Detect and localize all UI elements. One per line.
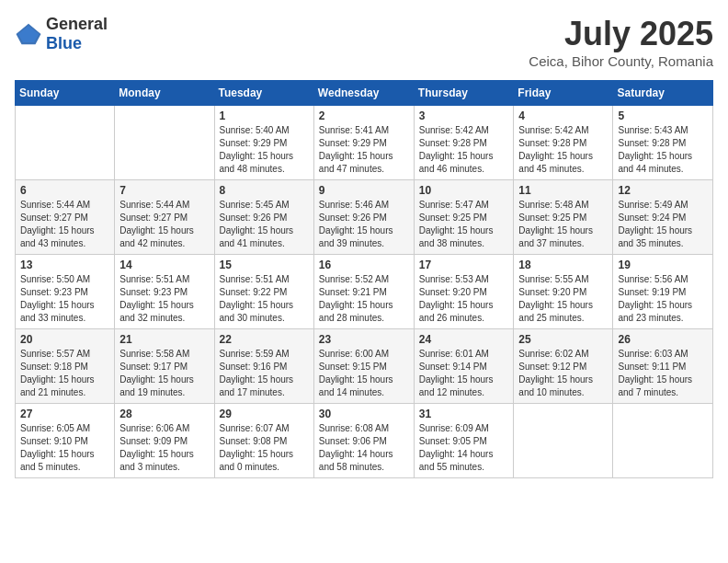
day-info: Sunrise: 6:08 AM Sunset: 9:06 PM Dayligh…	[319, 422, 409, 474]
day-info: Sunrise: 5:48 AM Sunset: 9:25 PM Dayligh…	[518, 199, 608, 250]
calendar-header-monday: Monday	[115, 81, 214, 106]
day-number: 6	[20, 184, 109, 197]
day-info: Sunrise: 6:06 AM Sunset: 9:09 PM Dayligh…	[119, 422, 209, 474]
day-info: Sunrise: 5:42 AM Sunset: 9:28 PM Dayligh…	[419, 124, 509, 176]
day-number: 9	[319, 184, 409, 197]
day-number: 22	[220, 333, 309, 346]
day-number: 13	[20, 259, 109, 271]
day-info: Sunrise: 5:41 AM Sunset: 9:29 PM Dayligh…	[319, 124, 409, 176]
calendar-cell: 23Sunrise: 6:00 AM Sunset: 9:15 PM Dayli…	[313, 329, 414, 404]
day-info: Sunrise: 5:59 AM Sunset: 9:16 PM Dayligh…	[220, 348, 309, 399]
calendar-cell: 2Sunrise: 5:41 AM Sunset: 9:29 PM Daylig…	[313, 106, 414, 180]
calendar-header-sunday: Sunday	[16, 81, 115, 106]
day-number: 28	[119, 408, 209, 420]
day-number: 16	[319, 259, 409, 271]
day-info: Sunrise: 6:03 AM Sunset: 9:11 PM Dayligh…	[618, 348, 708, 399]
day-number: 5	[618, 109, 708, 122]
calendar-header-thursday: Thursday	[414, 81, 514, 106]
calendar-cell: 17Sunrise: 5:53 AM Sunset: 9:20 PM Dayli…	[414, 255, 514, 329]
calendar-cell	[514, 404, 613, 478]
calendar-cell: 31Sunrise: 6:09 AM Sunset: 9:05 PM Dayli…	[414, 404, 514, 478]
calendar-week-row: 1Sunrise: 5:40 AM Sunset: 9:29 PM Daylig…	[16, 106, 713, 180]
day-number: 27	[20, 408, 109, 420]
day-number: 2	[319, 109, 409, 122]
calendar-header-saturday: Saturday	[613, 81, 713, 106]
calendar-cell: 28Sunrise: 6:06 AM Sunset: 9:09 PM Dayli…	[115, 404, 214, 478]
day-number: 20	[20, 333, 109, 346]
calendar-header-friday: Friday	[514, 81, 613, 106]
calendar-cell: 18Sunrise: 5:55 AM Sunset: 9:20 PM Dayli…	[514, 255, 613, 329]
calendar-cell: 25Sunrise: 6:02 AM Sunset: 9:12 PM Dayli…	[514, 329, 613, 404]
location-title: Ceica, Bihor County, Romania	[529, 53, 713, 69]
calendar-week-row: 27Sunrise: 6:05 AM Sunset: 9:10 PM Dayli…	[16, 404, 713, 478]
day-number: 18	[518, 259, 608, 271]
day-number: 4	[518, 109, 608, 122]
calendar-header-wednesday: Wednesday	[313, 81, 414, 106]
day-info: Sunrise: 5:58 AM Sunset: 9:17 PM Dayligh…	[119, 348, 209, 399]
logo: General Blue	[15, 15, 108, 53]
calendar-header-row: SundayMondayTuesdayWednesdayThursdayFrid…	[16, 81, 713, 106]
calendar-cell	[16, 106, 115, 180]
day-info: Sunrise: 6:07 AM Sunset: 9:08 PM Dayligh…	[220, 422, 309, 474]
calendar-cell: 26Sunrise: 6:03 AM Sunset: 9:11 PM Dayli…	[613, 329, 713, 404]
calendar-cell: 10Sunrise: 5:47 AM Sunset: 9:25 PM Dayli…	[414, 180, 514, 255]
calendar-cell: 20Sunrise: 5:57 AM Sunset: 9:18 PM Dayli…	[16, 329, 115, 404]
calendar-cell: 30Sunrise: 6:08 AM Sunset: 9:06 PM Dayli…	[313, 404, 414, 478]
day-info: Sunrise: 5:49 AM Sunset: 9:24 PM Dayligh…	[618, 199, 708, 250]
day-info: Sunrise: 5:40 AM Sunset: 9:29 PM Dayligh…	[220, 124, 309, 176]
day-number: 19	[618, 259, 708, 271]
month-title: July 2025	[529, 15, 713, 53]
day-info: Sunrise: 6:01 AM Sunset: 9:14 PM Dayligh…	[419, 348, 509, 399]
calendar-cell	[115, 106, 214, 180]
page-header: General Blue July 2025 Ceica, Bihor Coun…	[15, 15, 713, 69]
calendar-cell: 21Sunrise: 5:58 AM Sunset: 9:17 PM Dayli…	[115, 329, 214, 404]
logo-text: General Blue	[46, 15, 108, 53]
day-info: Sunrise: 5:56 AM Sunset: 9:19 PM Dayligh…	[618, 273, 708, 325]
day-info: Sunrise: 5:51 AM Sunset: 9:22 PM Dayligh…	[220, 273, 309, 325]
day-info: Sunrise: 6:09 AM Sunset: 9:05 PM Dayligh…	[419, 422, 509, 474]
day-info: Sunrise: 5:47 AM Sunset: 9:25 PM Dayligh…	[419, 199, 509, 250]
calendar-cell: 11Sunrise: 5:48 AM Sunset: 9:25 PM Dayli…	[514, 180, 613, 255]
calendar-cell	[613, 404, 713, 478]
day-number: 30	[319, 408, 409, 420]
day-info: Sunrise: 6:02 AM Sunset: 9:12 PM Dayligh…	[518, 348, 608, 399]
day-number: 21	[119, 333, 209, 346]
day-info: Sunrise: 5:53 AM Sunset: 9:20 PM Dayligh…	[419, 273, 509, 325]
day-info: Sunrise: 5:51 AM Sunset: 9:23 PM Dayligh…	[119, 273, 209, 325]
calendar-cell: 13Sunrise: 5:50 AM Sunset: 9:23 PM Dayli…	[16, 255, 115, 329]
calendar-cell: 3Sunrise: 5:42 AM Sunset: 9:28 PM Daylig…	[414, 106, 514, 180]
logo-general: General	[46, 15, 108, 33]
day-info: Sunrise: 5:44 AM Sunset: 9:27 PM Dayligh…	[119, 199, 209, 250]
day-number: 12	[618, 184, 708, 197]
calendar-cell: 4Sunrise: 5:42 AM Sunset: 9:28 PM Daylig…	[514, 106, 613, 180]
day-number: 3	[419, 109, 509, 122]
day-info: Sunrise: 5:45 AM Sunset: 9:26 PM Dayligh…	[220, 199, 309, 250]
calendar-cell: 9Sunrise: 5:46 AM Sunset: 9:26 PM Daylig…	[313, 180, 414, 255]
day-number: 8	[220, 184, 309, 197]
calendar-cell: 15Sunrise: 5:51 AM Sunset: 9:22 PM Dayli…	[214, 255, 313, 329]
day-number: 1	[220, 109, 309, 122]
calendar-table: SundayMondayTuesdayWednesdayThursdayFrid…	[15, 80, 713, 478]
day-info: Sunrise: 5:46 AM Sunset: 9:26 PM Dayligh…	[319, 199, 409, 250]
calendar-cell: 14Sunrise: 5:51 AM Sunset: 9:23 PM Dayli…	[115, 255, 214, 329]
day-number: 14	[119, 259, 209, 271]
calendar-week-row: 13Sunrise: 5:50 AM Sunset: 9:23 PM Dayli…	[16, 255, 713, 329]
calendar-cell: 22Sunrise: 5:59 AM Sunset: 9:16 PM Dayli…	[214, 329, 313, 404]
day-info: Sunrise: 5:44 AM Sunset: 9:27 PM Dayligh…	[20, 199, 109, 250]
day-info: Sunrise: 5:57 AM Sunset: 9:18 PM Dayligh…	[20, 348, 109, 399]
day-number: 7	[119, 184, 209, 197]
day-number: 23	[319, 333, 409, 346]
calendar-week-row: 6Sunrise: 5:44 AM Sunset: 9:27 PM Daylig…	[16, 180, 713, 255]
day-number: 29	[220, 408, 309, 420]
day-info: Sunrise: 5:43 AM Sunset: 9:28 PM Dayligh…	[618, 124, 708, 176]
calendar-cell: 19Sunrise: 5:56 AM Sunset: 9:19 PM Dayli…	[613, 255, 713, 329]
calendar-cell: 6Sunrise: 5:44 AM Sunset: 9:27 PM Daylig…	[16, 180, 115, 255]
day-info: Sunrise: 5:50 AM Sunset: 9:23 PM Dayligh…	[20, 273, 109, 325]
calendar-cell: 12Sunrise: 5:49 AM Sunset: 9:24 PM Dayli…	[613, 180, 713, 255]
calendar-header-tuesday: Tuesday	[214, 81, 313, 106]
day-number: 24	[419, 333, 509, 346]
day-info: Sunrise: 5:52 AM Sunset: 9:21 PM Dayligh…	[319, 273, 409, 325]
logo-blue: Blue	[46, 34, 82, 52]
day-number: 25	[518, 333, 608, 346]
day-info: Sunrise: 6:05 AM Sunset: 9:10 PM Dayligh…	[20, 422, 109, 474]
